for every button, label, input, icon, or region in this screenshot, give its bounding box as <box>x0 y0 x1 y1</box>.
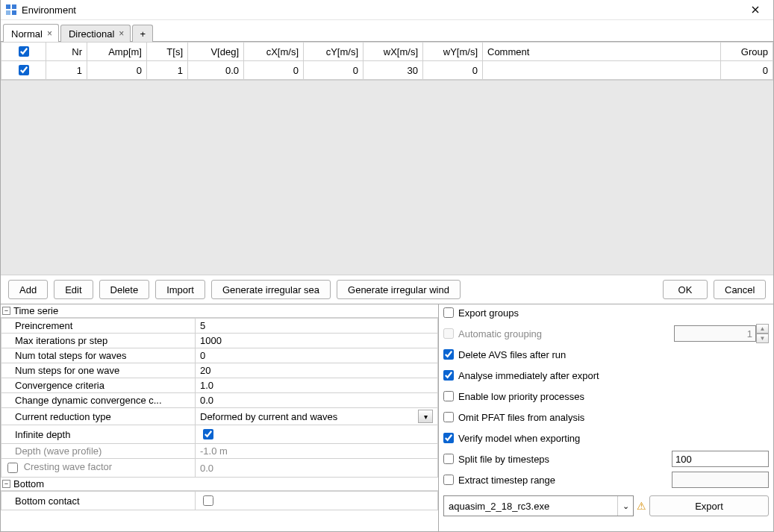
verify-model-checkbox[interactable] <box>443 433 454 443</box>
automatic-grouping-spinner: ▲▼ <box>674 324 769 343</box>
cell-cy[interactable]: 0 <box>304 61 363 80</box>
grid-header-row: Nr Amp[m] T[s] V[deg] cX[m/s] cY[m/s] wX… <box>1 43 773 61</box>
tab-strip: Normal × Directional × + <box>1 20 773 42</box>
delete-avs-checkbox[interactable] <box>443 349 454 360</box>
cancel-button[interactable]: Cancel <box>714 280 766 299</box>
low-priority-checkbox[interactable] <box>443 391 454 401</box>
prop-label: Depth (wave profile) <box>1 444 196 459</box>
svg-rect-3 <box>12 10 16 15</box>
cell-v[interactable]: 0.0 <box>188 61 244 80</box>
prop-label: Convergence criteria <box>1 378 196 393</box>
spin-up-icon: ▲ <box>756 324 769 334</box>
delete-button[interactable]: Delete <box>99 280 150 299</box>
col-nr[interactable]: Nr <box>46 43 87 61</box>
generate-wind-button[interactable]: Generate irregular wind <box>337 280 461 299</box>
col-comment[interactable]: Comment <box>483 43 721 61</box>
cell-wy[interactable]: 0 <box>423 61 483 80</box>
executable-combo[interactable]: aquasim_2_18_rc3.exe ⌄ <box>443 495 634 516</box>
automatic-grouping-checkbox <box>443 328 454 339</box>
section-time-serie[interactable]: − Time serie <box>1 304 438 318</box>
app-icon <box>5 4 17 16</box>
col-t[interactable]: T[s] <box>147 43 188 61</box>
col-wx[interactable]: wX[m/s] <box>363 43 423 61</box>
ok-button[interactable]: OK <box>663 280 708 299</box>
tab-close-icon[interactable]: × <box>119 29 124 38</box>
prop-value-infdepth[interactable] <box>196 425 438 444</box>
import-button[interactable]: Import <box>155 280 205 299</box>
grid-empty-area <box>1 80 773 275</box>
extract-range-value <box>672 472 769 488</box>
col-cy[interactable]: cY[m/s] <box>304 43 363 61</box>
dropdown-arrow-icon[interactable]: ▾ <box>418 410 433 423</box>
row-checkbox[interactable] <box>19 65 29 75</box>
cell-group[interactable]: 0 <box>721 61 773 80</box>
collapse-icon[interactable]: − <box>2 307 10 315</box>
split-timesteps-value[interactable] <box>672 451 769 467</box>
warning-icon: ⚠ <box>637 500 646 512</box>
prop-value-totalsteps[interactable]: 0 <box>196 348 438 363</box>
export-button[interactable]: Export <box>649 495 769 516</box>
tab-add-button[interactable]: + <box>132 25 153 42</box>
add-button[interactable]: Add <box>8 280 48 299</box>
prop-value-depth: -1.0 m <box>196 444 438 459</box>
select-all-checkbox[interactable] <box>19 46 29 57</box>
tab-label: Normal <box>11 28 43 40</box>
prop-value-bottom-contact[interactable] <box>196 492 438 510</box>
prop-label-cresting: Cresting wave factor <box>1 459 196 478</box>
tab-label: Directional <box>69 28 114 40</box>
infinite-depth-checkbox[interactable] <box>203 429 213 439</box>
title-bar: Environment <box>1 0 773 20</box>
extract-range-checkbox[interactable] <box>443 475 454 485</box>
prop-label: Max iterations pr step <box>1 334 196 348</box>
export-groups-checkbox[interactable] <box>443 307 454 318</box>
section-bottom[interactable]: − Bottom <box>1 478 438 491</box>
col-v[interactable]: V[deg] <box>188 43 244 61</box>
property-panel: − Time serie Preincrement5 Max iteration… <box>1 304 439 531</box>
prop-value-onewave[interactable]: 20 <box>196 363 438 378</box>
prop-value-dynconv[interactable]: 0.0 <box>196 393 438 408</box>
prop-label: Num steps for one wave <box>1 363 196 378</box>
cell-amp[interactable]: 0 <box>87 61 147 80</box>
split-timesteps-checkbox[interactable] <box>443 454 454 464</box>
cell-wx[interactable]: 30 <box>363 61 423 80</box>
spin-down-icon: ▼ <box>756 334 769 343</box>
col-group[interactable]: Group <box>721 43 773 61</box>
col-cx[interactable]: cX[m/s] <box>244 43 304 61</box>
tab-close-icon[interactable]: × <box>47 29 52 38</box>
window-title: Environment <box>22 4 742 16</box>
cresting-checkbox[interactable] <box>7 463 18 473</box>
prop-value-preincrement[interactable]: 5 <box>196 319 438 334</box>
window-close-button[interactable] <box>742 1 769 18</box>
omit-pfat-checkbox[interactable] <box>443 412 454 422</box>
automatic-grouping-value <box>674 325 756 342</box>
bottom-contact-checkbox[interactable] <box>203 495 213 506</box>
prop-value-current-reduction[interactable]: Deformed by current and waves ▾ <box>196 408 438 425</box>
cell-nr[interactable]: 1 <box>46 61 87 80</box>
export-panel: Export groups Automatic grouping ▲▼ Dele… <box>439 304 773 531</box>
collapse-icon[interactable]: − <box>2 480 10 488</box>
cell-comment[interactable] <box>483 61 721 80</box>
generate-sea-button[interactable]: Generate irregular sea <box>211 280 331 299</box>
cell-t[interactable]: 1 <box>147 61 188 80</box>
prop-value-maxiter[interactable]: 1000 <box>196 334 438 348</box>
svg-rect-2 <box>6 10 10 15</box>
cell-cx[interactable]: 0 <box>244 61 304 80</box>
prop-label: Bottom contact <box>1 492 196 510</box>
data-grid: Nr Amp[m] T[s] V[deg] cX[m/s] cY[m/s] wX… <box>1 42 773 275</box>
edit-button[interactable]: Edit <box>54 280 93 299</box>
prop-label: Current reduction type <box>1 408 196 425</box>
svg-rect-0 <box>6 4 10 9</box>
prop-value-conv[interactable]: 1.0 <box>196 378 438 393</box>
combo-arrow-icon[interactable]: ⌄ <box>617 496 633 516</box>
grid-data-row[interactable]: 1 0 1 0.0 0 0 30 0 0 <box>1 61 773 80</box>
col-wy[interactable]: wY[m/s] <box>423 43 483 61</box>
tab-directional[interactable]: Directional × <box>60 25 131 42</box>
prop-label: Infinite depth <box>1 425 196 444</box>
prop-label: Preincrement <box>1 319 196 334</box>
prop-label: Change dynamic convergence c... <box>1 393 196 408</box>
analyse-immediately-checkbox[interactable] <box>443 370 454 381</box>
prop-value-cresting: 0.0 <box>196 459 438 478</box>
action-button-row: Add Edit Delete Import Generate irregula… <box>1 275 773 304</box>
tab-normal[interactable]: Normal × <box>3 24 59 42</box>
col-amp[interactable]: Amp[m] <box>87 43 147 61</box>
